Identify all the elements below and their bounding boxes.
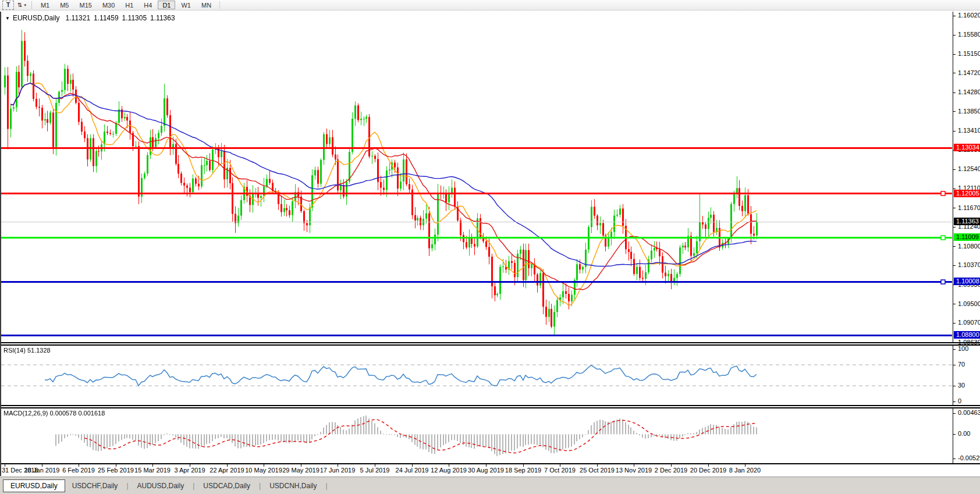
rsi-axis[interactable]: 10070300	[953, 346, 980, 405]
price-chart-canvas[interactable]	[1, 12, 952, 342]
rsi-chart-canvas[interactable]	[1, 346, 952, 405]
date-tick-label: 30 Aug 2019	[468, 467, 504, 474]
axis-tick	[953, 111, 956, 112]
axis-tick	[953, 342, 956, 343]
axis-tick-label: 0	[958, 397, 961, 404]
open-value: 1.11321	[66, 14, 91, 22]
axis-tick-label: 1.15580	[958, 31, 980, 38]
price-badge: 1.13034	[954, 144, 980, 151]
date-tick-label: 12 Aug 2019	[431, 467, 467, 474]
timeframe-button-h1[interactable]: H1	[120, 1, 138, 9]
chevron-down-icon: ▾	[24, 3, 26, 8]
date-tick-label: 7 Oct 2019	[544, 467, 576, 474]
date-tick-label: 5 Jul 2019	[360, 467, 390, 474]
date-tick-label: 22 Apr 2019	[210, 467, 244, 474]
axis-tick-label: 1.14280	[958, 88, 980, 95]
timeframe-button-w1[interactable]: W1	[176, 1, 196, 9]
date-tick-label: 2 Dec 2019	[655, 467, 687, 474]
chart-tab-usdchf[interactable]: USDCHF,Daily	[65, 480, 125, 492]
toolbar-separator	[219, 1, 220, 9]
date-axis[interactable]: 31 Dec 201818 Jan 20196 Feb 201925 Feb 2…	[1, 463, 980, 476]
arrows-dropdown-button[interactable]: ⇅ ▾	[15, 1, 29, 9]
chart-header: ▼EURUSD,Daily1.113211.114591.113051.1136…	[5, 14, 179, 22]
axis-tick-label: 1.13410	[958, 127, 980, 134]
axis-tick-label: 30	[958, 382, 965, 389]
price-axis[interactable]: 1.160201.155801.151501.147201.142801.138…	[953, 12, 980, 342]
macd-axis[interactable]: 0.004630.00-0.005299	[953, 408, 980, 463]
price-badge: 1.10008	[954, 278, 980, 285]
rsi-label: RSI(14) 51.1328	[3, 347, 51, 354]
low-value: 1.11305	[122, 14, 147, 22]
chart-window: 1.160201.155801.151501.147201.142801.138…	[0, 12, 980, 476]
date-tick-label: 10 May 2019	[245, 467, 282, 474]
tab-separator: |	[324, 482, 329, 490]
chart-tab-usdcad[interactable]: USDCAD,Daily	[196, 480, 257, 492]
axis-tick	[953, 386, 956, 386]
axis-tick	[953, 73, 956, 73]
axis-tick	[953, 265, 956, 266]
axis-tick-label: 1.09500	[958, 300, 980, 307]
axis-tick-label: 1.08630	[958, 339, 980, 346]
date-tick-label: 20 Dec 2019	[690, 467, 726, 474]
axis-tick	[953, 131, 956, 132]
axis-tick	[953, 169, 956, 170]
chart-tab-eurusd[interactable]: EURUSD,Daily	[3, 479, 65, 492]
price-badge: 1.11363	[954, 218, 980, 225]
axis-tick-label: -0.005299	[958, 454, 980, 461]
tab-separator: |	[125, 482, 130, 490]
axis-tick	[953, 246, 956, 247]
axis-tick-label: 0.00463	[958, 409, 980, 416]
mt4-chart-window: T ⇅ ▾ M1M5M15M30H1H4D1W1MN 1.160201.1558…	[0, 0, 980, 494]
axis-tick-label: 1.16020	[958, 12, 980, 19]
timeframe-button-m15[interactable]: M15	[74, 1, 96, 9]
axis-tick	[953, 35, 956, 35]
date-tick-label: 18 Sep 2019	[505, 467, 541, 474]
price-badge: 1.11009	[954, 233, 980, 241]
top-toolbar: T ⇅ ▾ M1M5M15M30H1H4D1W1MN	[0, 0, 980, 10]
timeframe-button-m1[interactable]: M1	[36, 1, 54, 9]
timeframe-button-m30[interactable]: M30	[98, 1, 119, 9]
timeframe-button-m5[interactable]: M5	[55, 1, 73, 9]
axis-tick	[953, 434, 956, 435]
rsi-panel: 10070300 RSI(14) 51.1328	[1, 346, 980, 405]
tab-separator: |	[191, 482, 196, 490]
axis-tick-label: 1.12540	[958, 165, 980, 172]
axis-tick-label: 1.14720	[958, 69, 980, 76]
tab-separator: |	[257, 482, 262, 490]
price-badge: 1.08800	[954, 331, 980, 339]
axis-tick	[953, 413, 956, 414]
axis-tick-label: 100	[958, 345, 968, 352]
axis-tick	[953, 93, 956, 93]
price-panel: 1.160201.155801.151501.147201.142801.138…	[1, 12, 980, 342]
chart-tab-bar: EURUSD,DailyUSDCHF,Daily|AUDUSD,Daily|US…	[0, 477, 980, 494]
date-tick-label: 25 Feb 2019	[98, 467, 134, 474]
high-value: 1.11459	[94, 14, 119, 22]
axis-tick	[953, 459, 956, 459]
date-tick-label: 18 Jan 2019	[24, 467, 60, 474]
timeframe-group: M1M5M15M30H1H4D1W1MN	[35, 1, 216, 9]
chart-tab-usdcnh[interactable]: USDCNH,Daily	[262, 480, 324, 492]
date-tick-label: 3 Apr 2019	[174, 467, 205, 474]
timeframe-button-d1[interactable]: D1	[158, 1, 175, 9]
close-value: 1.11363	[150, 14, 175, 22]
collapse-icon: ▼	[5, 16, 10, 21]
macd-chart-canvas[interactable]	[1, 408, 952, 463]
date-tick-label: 15 Mar 2019	[134, 467, 171, 474]
axis-tick-label: 1.15150	[958, 50, 980, 57]
timeframe-button-h4[interactable]: H4	[139, 1, 157, 9]
axis-tick-label: 1.10800	[958, 243, 980, 250]
axis-tick-label: 1.09070	[958, 319, 980, 326]
axis-tick	[953, 323, 956, 324]
date-tick-label: 24 Jul 2019	[396, 467, 429, 474]
toolbar-grip	[31, 1, 32, 9]
text-tool-button[interactable]: T	[2, 1, 14, 10]
axis-tick	[953, 189, 956, 189]
date-tick-label: 6 Feb 2019	[62, 467, 95, 474]
axis-tick	[953, 349, 956, 350]
axis-tick-label: 1.11670	[958, 204, 980, 211]
macd-panel: 0.004630.00-0.005299 MACD(12,26,9) 0.000…	[1, 408, 980, 463]
chart-tab-audusd[interactable]: AUDUSD,Daily	[130, 480, 191, 492]
date-tick-label: 29 May 2019	[282, 467, 319, 474]
date-tick-label: 8 Jan 2020	[729, 467, 761, 474]
timeframe-button-mn[interactable]: MN	[197, 1, 216, 9]
